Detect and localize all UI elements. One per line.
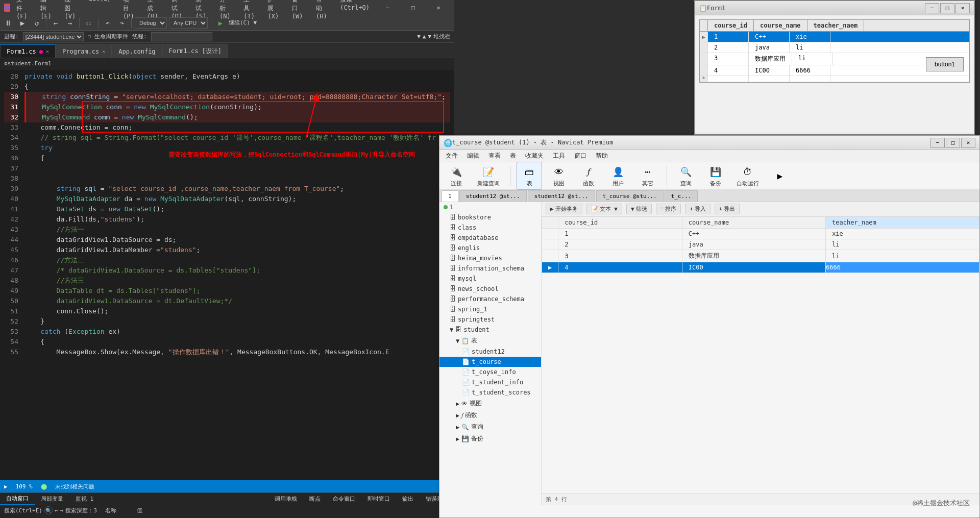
down-arrow-btn[interactable]: ▼ [428, 33, 431, 40]
back-btn[interactable]: ← [50, 17, 62, 29]
data-row-2[interactable]: 2 java li [542, 239, 979, 250]
form1-close[interactable]: ✕ [955, 3, 970, 13]
minimize-button[interactable]: − [376, 0, 399, 15]
tree-db-student[interactable]: ▼ 🗄 student [439, 325, 541, 335]
navicat-tab-student12b[interactable]: student12 @st... [528, 190, 595, 202]
datagrid-cell-3-2[interactable]: li [792, 53, 833, 65]
nav-fwd-btn[interactable]: → [60, 507, 64, 514]
nav-tool-user[interactable]: 👤 用户 [605, 162, 631, 189]
form1-restore[interactable]: □ [940, 3, 954, 13]
tab-close-form1cs[interactable]: ✕ [46, 48, 49, 54]
nav-back-btn[interactable]: ← [55, 507, 58, 514]
nav-tool-autorun[interactable]: ⏱ 自动运行 [732, 162, 763, 189]
row-1-col-2[interactable]: xie [826, 229, 979, 239]
tree-backups-group[interactable]: ▶ 💾 备份 [439, 433, 541, 445]
nav-tool-other[interactable]: ⋯ 其它 [635, 162, 660, 189]
bottom-tab-command[interactable]: 命令窗口 [327, 493, 361, 505]
redo-btn[interactable]: ↷ [116, 17, 128, 29]
tab-programcs[interactable]: Program.cs ✕ [56, 44, 112, 58]
tree-table-tcourse[interactable]: 📄 t_course [439, 357, 541, 367]
datagrid-cell-4-0[interactable]: 4 [708, 65, 749, 76]
tree-db-class[interactable]: 🗄 class [439, 223, 541, 233]
datagrid-row-1[interactable]: ▶ 1 C++ xie [700, 32, 969, 42]
nav-tool-more[interactable]: ▶ [767, 167, 793, 185]
tree-connection[interactable]: 1 [439, 202, 541, 212]
nav-menu-tools[interactable]: 工具 [549, 151, 569, 161]
nav-tool-backup[interactable]: 💾 备份 [703, 162, 728, 189]
datagrid-cell-3-0[interactable]: 3 [708, 53, 749, 65]
datagrid-cell-1-0[interactable]: 1 [708, 32, 749, 42]
datagrid-cell-new-0[interactable] [708, 76, 749, 82]
datagrid-row-new[interactable]: * [700, 76, 969, 82]
tree-db-performance[interactable]: 🗄 performance_schema [439, 294, 541, 304]
row-3-col-1[interactable]: 数据库应用 [682, 250, 825, 262]
data-col-course-id[interactable]: course_id [558, 217, 682, 229]
navicat-tab-1[interactable]: 1 [442, 190, 458, 202]
restart-btn[interactable]: ↺ [31, 17, 43, 29]
nav-menu-view[interactable]: 查看 [484, 151, 505, 161]
bottom-tab-callstack[interactable]: 调用堆栈 [268, 493, 303, 505]
form1-button1[interactable]: button1 [926, 57, 964, 71]
tree-views-group[interactable]: ▶ 👁 视图 [439, 398, 541, 409]
search-icon[interactable]: 🔍 [44, 506, 53, 514]
navicat-tab-student12a[interactable]: student12 @st... [459, 190, 527, 202]
datagrid-cell-3-1[interactable]: 数据库应用 [749, 53, 792, 65]
tree-tables-group[interactable]: ▼ 📋 表 [439, 335, 541, 347]
close-button[interactable]: ✕ [427, 0, 450, 15]
obj-btn-filter[interactable]: ▼ 筛选 [626, 204, 652, 214]
row-2-col-0[interactable]: 2 [558, 239, 682, 250]
code-text[interactable]: private void button1_Click(object sender… [20, 69, 454, 439]
nav-menu-file[interactable]: 文件 [442, 151, 462, 161]
tab-close-programcs[interactable]: ✕ [102, 48, 105, 54]
data-row-4[interactable]: ▶ 4 IC00 6666 [542, 262, 979, 273]
tree-db-englis[interactable]: 🗄 englis [439, 243, 541, 253]
tab-form1design[interactable]: Form1.cs [设计] [162, 44, 228, 58]
bottom-tab-auto[interactable]: 自动窗口 [0, 493, 35, 505]
cpu-dropdown[interactable]: Any CPU [169, 17, 208, 29]
datagrid-cell-new-1[interactable] [749, 76, 790, 82]
tree-table-tstudent[interactable]: 📄 t_student_info [439, 377, 541, 387]
menu-help[interactable]: 帮助(H) [314, 0, 330, 21]
nav-menu-favorites[interactable]: 收藏夹 [521, 151, 548, 161]
nav-tool-function[interactable]: 𝑓 函数 [576, 162, 601, 189]
nav-tool-view[interactable]: 👁 视图 [546, 162, 572, 189]
code-btn[interactable]: 𝑥₁ [83, 17, 95, 29]
bottom-tab-output[interactable]: 输出 [396, 493, 420, 505]
datagrid-cell-new-2[interactable] [790, 76, 830, 82]
navicat-tab-tc[interactable]: t_c... [665, 190, 698, 202]
tree-db-newsschool[interactable]: 🗄 news_school [439, 284, 541, 294]
data-row-1[interactable]: 1 C++ xie [542, 229, 979, 239]
tree-table-student12[interactable]: 📄 student12 [439, 347, 541, 357]
tab-form1cs[interactable]: Form1.cs ● ✕ [0, 44, 56, 58]
form1-minimize[interactable]: − [925, 3, 939, 13]
menu-tools[interactable]: 工具(T) [241, 0, 257, 21]
nav-tool-newquery[interactable]: 📝 新建查询 [473, 162, 504, 189]
navicat-tab-tcourse[interactable]: t_course @stu... [596, 190, 664, 202]
datagrid-cell-2-1[interactable]: java [749, 42, 790, 53]
tree-db-information[interactable]: 🗄 information_schema [439, 263, 541, 274]
tree-db-heima[interactable]: 🗄 heima_movies [439, 253, 541, 263]
datagrid-cell-1-1[interactable]: C++ [749, 32, 790, 42]
tree-db-spring1[interactable]: 🗄 spring_1 [439, 304, 541, 314]
nav-tool-table[interactable]: 🗃 表 [517, 162, 542, 190]
row-1-col-1[interactable]: C++ [682, 229, 825, 239]
pause-btn[interactable]: ⏸ [2, 17, 14, 29]
process-dropdown[interactable]: [23444] student.exe [23, 32, 84, 41]
data-col-course-name[interactable]: course_name [682, 217, 825, 229]
nav-menu-table[interactable]: 表 [506, 151, 520, 161]
datagrid-cell-2-2[interactable]: li [790, 42, 830, 53]
thread-dropdown[interactable] [151, 32, 212, 41]
obj-btn-export[interactable]: ⬇ 导出 [715, 204, 740, 214]
data-row-3[interactable]: 3 数据库应用 li [542, 250, 979, 262]
nav-menu-help[interactable]: 帮助 [592, 151, 612, 161]
datagrid-cell-4-2[interactable]: 6666 [790, 65, 830, 76]
bottom-tab-locals[interactable]: 局部变量 [35, 493, 69, 505]
debug-config-dropdown[interactable]: Debug [135, 17, 167, 29]
datagrid-cell-4-1[interactable]: IC00 [749, 65, 790, 76]
row-2-col-1[interactable]: java [682, 239, 825, 250]
obj-btn-transaction[interactable]: ▶ 开始事务 [546, 204, 582, 214]
nav-tool-connect[interactable]: 🔌 连接 [444, 162, 469, 189]
row-3-col-0[interactable]: 3 [558, 250, 682, 262]
tree-db-bookstore[interactable]: 🗄 bookstore [439, 212, 541, 223]
tree-db-springtest[interactable]: 🗄 springtest [439, 314, 541, 325]
